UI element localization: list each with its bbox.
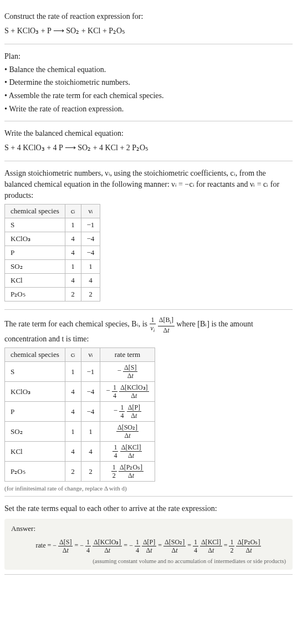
table-row: SO₂11Δ[SO₂]Δt	[5, 422, 155, 442]
table-row: P₂O₅2212 Δ[P₂O₅]Δt	[5, 462, 155, 482]
cell: 1	[65, 422, 81, 442]
cell: P₂O₅	[5, 288, 65, 301]
cell: 12 Δ[P₂O₅]Δt	[100, 462, 155, 482]
cell: KCl	[5, 274, 65, 288]
cell: S	[5, 362, 65, 382]
cell: KClO₃	[5, 382, 65, 402]
plan-item: • Determine the stoichiometric numbers.	[4, 77, 293, 88]
table-header: cᵢ	[65, 205, 81, 218]
cell: −4	[81, 382, 100, 402]
cell: − Δ[S]Δt	[100, 362, 155, 382]
table-row: P4−4	[5, 246, 100, 260]
cell: 4	[65, 442, 81, 462]
cell: 4	[65, 382, 81, 402]
cell: 4	[65, 246, 81, 260]
rate-term-table: chemical species cᵢ νᵢ rate term S1−1− Δ…	[4, 347, 155, 482]
fraction: Δ[Bi]Δt	[158, 316, 175, 333]
cell: 1	[65, 260, 81, 274]
infinitesimal-note: (for infinitesimal rate of change, repla…	[4, 485, 293, 492]
cell: SO₂	[5, 260, 65, 274]
answer-label: Answer:	[11, 524, 286, 533]
cell: −1	[81, 218, 100, 232]
cell: P₂O₅	[5, 462, 65, 482]
table-header: chemical species	[5, 348, 65, 362]
problem-prompt: Construct the rate of reaction expressio…	[4, 11, 293, 22]
cell: 4	[65, 402, 81, 422]
cell: S	[5, 218, 65, 232]
cell: 2	[81, 462, 100, 482]
table-row: KCl4414 Δ[KCl]Δt	[5, 442, 155, 462]
table-header: cᵢ	[65, 348, 81, 362]
text: The rate term for each chemical species,…	[4, 320, 150, 329]
cell: −4	[81, 246, 100, 260]
cell: Δ[SO₂]Δt	[100, 422, 155, 442]
cell: 4	[65, 232, 81, 246]
cell: 1	[81, 422, 100, 442]
answer-note: (assuming constant volume and no accumul…	[11, 558, 286, 564]
cell: 14 Δ[KCl]Δt	[100, 442, 155, 462]
stoich-table: chemical species cᵢ νᵢ S1−1 KClO₃4−4 P4−…	[4, 204, 100, 301]
cell: 1	[65, 218, 81, 232]
cell: 1	[81, 260, 100, 274]
plan-item: • Assemble the rate term for each chemic…	[4, 90, 293, 101]
cell: −1	[81, 362, 100, 382]
cell: 1	[65, 362, 81, 382]
plan-item: • Write the rate of reaction expression.	[4, 104, 293, 115]
plan-section: Plan: • Balance the chemical equation. •…	[4, 44, 293, 121]
cell: 4	[81, 274, 100, 288]
cell: 2	[65, 462, 81, 482]
final-intro: Set the rate terms equal to each other t…	[4, 503, 293, 514]
cell: 4	[65, 274, 81, 288]
plan-item: • Balance the chemical equation.	[4, 64, 293, 75]
table-row: P₂O₅22	[5, 288, 100, 301]
table-row: KClO₃4−4− 14 Δ[KClO₃]Δt	[5, 382, 155, 402]
balanced-section: Write the balanced chemical equation: S …	[4, 121, 293, 161]
table-header: chemical species	[5, 205, 65, 218]
cell: − 14 Δ[P]Δt	[100, 402, 155, 422]
table-header: νᵢ	[81, 348, 100, 362]
plan-heading: Plan:	[4, 51, 293, 62]
rate-term-section: The rate term for each chemical species,…	[4, 310, 293, 497]
cell: − 14 Δ[KClO₃]Δt	[100, 382, 155, 402]
table-header: rate term	[100, 348, 155, 362]
cell: 4	[81, 442, 100, 462]
stoich-intro: Assign stoichiometric numbers, νᵢ, using…	[4, 168, 293, 201]
table-row: SO₂11	[5, 260, 100, 274]
table-row: KCl44	[5, 274, 100, 288]
table-row: S1−1	[5, 218, 100, 232]
balanced-prompt: Write the balanced chemical equation:	[4, 128, 293, 139]
unbalanced-equation: S + KClO₃ + P ⟶ SO₂ + KCl + P₂O₅	[4, 25, 293, 37]
cell: P	[5, 402, 65, 422]
table-row: KClO₃4−4	[5, 232, 100, 246]
table-row: P4−4− 14 Δ[P]Δt	[5, 402, 155, 422]
rate-term-intro: The rate term for each chemical species,…	[4, 316, 293, 344]
final-section: Set the rate terms equal to each other t…	[4, 497, 293, 575]
cell: −4	[81, 402, 100, 422]
table-header: νᵢ	[81, 205, 100, 218]
cell: KCl	[5, 442, 65, 462]
cell: 2	[81, 288, 100, 301]
answer-box: Answer: rate = − Δ[S]Δt = − 14 Δ[KClO₃]Δ…	[4, 519, 293, 570]
rate-expression: rate = − Δ[S]Δt = − 14 Δ[KClO₃]Δt = − 14…	[11, 536, 286, 556]
cell: KClO₃	[5, 232, 65, 246]
fraction: 1νi	[150, 316, 156, 333]
table-row: S1−1− Δ[S]Δt	[5, 362, 155, 382]
problem-section: Construct the rate of reaction expressio…	[4, 4, 293, 44]
balanced-equation: S + 4 KClO₃ + 4 P ⟶ SO₂ + 4 KCl + 2 P₂O₅	[4, 142, 293, 154]
cell: 2	[65, 288, 81, 301]
cell: SO₂	[5, 422, 65, 442]
stoich-section: Assign stoichiometric numbers, νᵢ, using…	[4, 161, 293, 310]
cell: −4	[81, 232, 100, 246]
cell: P	[5, 246, 65, 260]
